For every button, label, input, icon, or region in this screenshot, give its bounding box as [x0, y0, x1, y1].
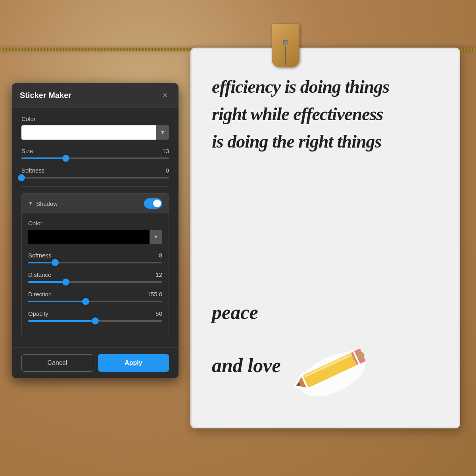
shadow-direction-row: Direction 155.0 — [28, 291, 162, 302]
size-value: 13 — [162, 148, 169, 154]
shadow-distance-value: 12 — [155, 271, 162, 278]
shadow-distance-label: Distance — [28, 271, 51, 278]
apply-button[interactable]: Apply — [98, 354, 169, 372]
shadow-opacity-label: Opacity — [28, 310, 48, 317]
note-line-3: is doing the right things — [212, 128, 439, 155]
size-label: Size — [21, 148, 33, 154]
panel-header: Sticker Maker × — [12, 83, 178, 107]
shadow-toggle[interactable] — [144, 198, 162, 209]
shadow-color-dropdown[interactable]: ▼ — [150, 230, 162, 244]
size-slider[interactable] — [21, 157, 169, 159]
note-text: efficiency is doing things right while e… — [212, 73, 439, 155]
shadow-softness-value: 8 — [159, 252, 162, 259]
shadow-distance-slider[interactable] — [28, 281, 162, 283]
note-love-row: and love — [212, 336, 439, 395]
note-card: efficiency is doing things right while e… — [190, 48, 460, 428]
note-love: and love — [212, 354, 281, 377]
shadow-color-input[interactable] — [28, 230, 150, 244]
panel-title: Sticker Maker — [20, 91, 71, 100]
panel-body: Color ▼ Size 13 Softness 0 — [12, 107, 178, 347]
shadow-softness-slider[interactable] — [28, 262, 162, 263]
clothespin — [270, 24, 301, 71]
button-row: Cancel Apply — [12, 347, 178, 378]
sticker-maker-panel: Sticker Maker × Color ▼ Size 13 Softness… — [12, 83, 178, 378]
note-bottom: peace and love — [212, 301, 439, 395]
softness-slider[interactable] — [21, 177, 169, 178]
shadow-softness-label: Softness — [28, 252, 51, 259]
toggle-thumb — [153, 200, 161, 207]
cancel-button[interactable]: Cancel — [21, 354, 93, 372]
color-dropdown-button[interactable]: ▼ — [156, 125, 169, 140]
color-label: Color — [21, 115, 169, 122]
chevron-down-icon: ▼ — [28, 201, 33, 206]
shadow-header[interactable]: ▼ Shadow — [22, 194, 169, 213]
note-line-1: efficiency is doing things — [212, 73, 439, 100]
divider — [21, 186, 169, 187]
pencil-sticker — [280, 322, 377, 409]
shadow-section: ▼ Shadow Color ▼ Softness 8 — [21, 193, 169, 336]
shadow-direction-slider[interactable] — [28, 301, 162, 302]
note-peace: peace — [212, 301, 439, 324]
size-slider-row: Size 13 — [21, 148, 169, 159]
softness-label: Softness — [21, 167, 44, 174]
shadow-direction-value: 155.0 — [147, 291, 162, 298]
shadow-title: ▼ Shadow — [28, 200, 58, 207]
shadow-opacity-slider[interactable] — [28, 320, 162, 322]
color-input[interactable] — [21, 125, 156, 140]
shadow-opacity-row: Opacity 50 — [28, 310, 162, 322]
softness-value: 0 — [166, 167, 169, 174]
shadow-softness-row: Softness 8 — [28, 252, 162, 263]
note-line-2: right while effectiveness — [212, 100, 439, 128]
shadow-direction-label: Direction — [28, 291, 52, 298]
shadow-color-row: ▼ — [28, 230, 162, 244]
shadow-opacity-value: 50 — [155, 310, 162, 317]
softness-slider-row: Softness 0 — [21, 167, 169, 178]
shadow-body: Color ▼ Softness 8 — [22, 213, 169, 336]
close-button[interactable]: × — [159, 90, 171, 101]
color-row: ▼ — [21, 125, 169, 140]
shadow-distance-row: Distance 12 — [28, 271, 162, 283]
shadow-color-label: Color — [28, 220, 162, 226]
